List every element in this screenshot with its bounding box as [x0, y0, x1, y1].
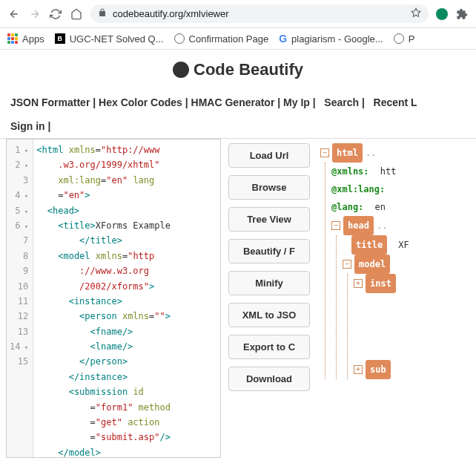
minus-icon[interactable]: −	[331, 221, 340, 230]
tree-view-button[interactable]: Tree View	[228, 207, 310, 232]
beautify-button[interactable]: Beautify / F	[228, 239, 310, 263]
minus-icon[interactable]: −	[343, 260, 351, 269]
home-icon[interactable]	[70, 7, 83, 21]
hmac-link[interactable]: HMAC Generator	[191, 96, 275, 108]
bu-icon: B	[55, 33, 65, 44]
tree-attr-lang: @lang: en	[331, 198, 473, 216]
apps-bookmark[interactable]: Apps	[7, 33, 44, 45]
tree-node-submission[interactable]: + sub	[354, 360, 473, 379]
bookmarks-bar: Apps B UGC-NET Solved Q... Confirmation …	[0, 28, 476, 50]
tree-node-html[interactable]: − html ..	[320, 143, 473, 163]
extensions-icon[interactable]	[455, 7, 469, 21]
export-button[interactable]: Export to C	[228, 335, 310, 359]
line-gutter: 123456789101112131415	[7, 140, 33, 457]
site-header: Code Beautify	[0, 50, 476, 91]
site-title: Code Beautify	[194, 60, 303, 79]
code-panel: 123456789101112131415 <html xmlns="http:…	[6, 139, 221, 458]
xml-to-json-button[interactable]: XML to JSO	[228, 303, 310, 327]
tree-node-instance[interactable]: + inst	[354, 274, 473, 293]
download-button[interactable]: Download	[228, 367, 310, 391]
apps-icon	[7, 33, 18, 44]
load-url-button[interactable]: Load Url	[228, 143, 310, 168]
minify-button[interactable]: Minify	[228, 271, 310, 295]
confirmation-bookmark[interactable]: Confirmation Page	[174, 33, 269, 45]
tree-node-title[interactable]: title XF	[351, 235, 473, 255]
tree-node-head[interactable]: − head ..	[331, 216, 473, 235]
ugc-bookmark[interactable]: B UGC-NET Solved Q...	[55, 33, 164, 45]
myip-link[interactable]: My Ip	[283, 96, 310, 108]
p-bookmark[interactable]: P	[394, 33, 415, 45]
search-link[interactable]: Search	[324, 96, 359, 108]
tree-attr-xmlns: @xmlns: htt	[331, 163, 473, 180]
tree-panel: − html .. @xmlns: htt @xml:lang: @lang: …	[317, 139, 476, 458]
lock-icon	[98, 8, 107, 19]
logo-icon	[173, 62, 189, 78]
site-toolbar: JSON Formatter | Hex Color Codes | HMAC …	[0, 91, 476, 114]
minus-icon[interactable]: −	[320, 148, 329, 157]
back-icon[interactable]	[7, 7, 21, 21]
tree-attr-xmllang: @xml:lang:	[331, 180, 473, 198]
url-text: codebeautify.org/xmlviewer	[113, 8, 229, 19]
globe-icon	[394, 33, 404, 44]
actions-column: Load Url Browse Tree View Beautify / F M…	[221, 139, 317, 458]
signin-link[interactable]: Sign in |	[10, 120, 50, 132]
signin-bar: Sign in |	[0, 114, 476, 139]
google-icon: G	[279, 33, 287, 45]
main-area: 123456789101112131415 <html xmlns="http:…	[0, 139, 476, 458]
reload-icon[interactable]	[49, 7, 62, 21]
globe-icon	[174, 33, 185, 44]
json-formatter-link[interactable]: JSON Formatter	[10, 96, 90, 108]
tree-node-model[interactable]: − model	[343, 255, 473, 274]
browser-toolbar: codebeautify.org/xmlviewer	[0, 0, 476, 28]
plagiarism-bookmark[interactable]: G plagiarism - Google...	[279, 33, 383, 45]
svg-marker-0	[411, 8, 420, 16]
code-content[interactable]: <html xmlns="http://www .w3.org/1999/xht…	[33, 140, 173, 457]
extension-icon[interactable]	[436, 8, 448, 20]
star-icon[interactable]	[411, 7, 421, 20]
hex-colors-link[interactable]: Hex Color Codes	[99, 96, 182, 108]
recent-link[interactable]: Recent L	[374, 96, 417, 108]
plus-icon[interactable]: +	[354, 365, 363, 374]
address-bar[interactable]: codebeautify.org/xmlviewer	[90, 4, 429, 23]
plus-icon[interactable]: +	[354, 279, 363, 288]
forward-icon[interactable]	[28, 7, 42, 21]
browse-button[interactable]: Browse	[228, 175, 310, 200]
